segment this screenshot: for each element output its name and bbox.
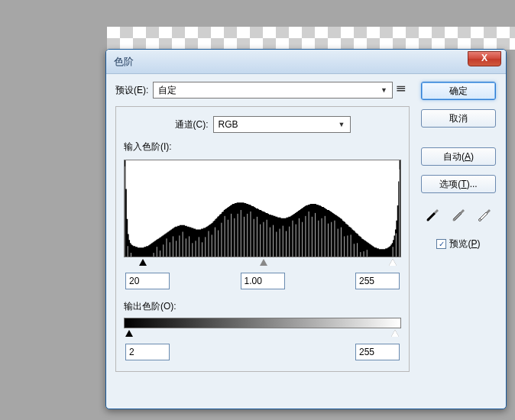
options-button[interactable]: 选项(T)... (421, 175, 496, 193)
input-black-field[interactable] (125, 273, 170, 289)
preset-value: 自定 (158, 84, 177, 97)
input-levels-label: 输入色阶(I): (124, 141, 401, 153)
eyedropper-group (424, 205, 493, 222)
ok-button[interactable]: 确定 (421, 82, 496, 100)
black-point-eyedropper-icon[interactable] (424, 205, 441, 222)
levels-group: 通道(C): RGB ▼ 输入色阶(I): (115, 106, 410, 372)
output-levels-label: 输出色阶(O): (124, 300, 401, 313)
input-gamma-slider[interactable] (260, 259, 267, 266)
titlebar: 色阶 X (106, 50, 506, 74)
output-black-field[interactable] (125, 344, 170, 360)
channel-select[interactable]: RGB ▼ (213, 116, 351, 133)
input-white-slider[interactable] (389, 259, 397, 266)
preset-label: 预设(E): (115, 84, 148, 97)
channel-label: 通道(C): (175, 118, 209, 131)
chevron-down-icon: ▼ (381, 86, 387, 94)
svg-point-75 (427, 219, 429, 221)
channel-value: RGB (219, 119, 238, 130)
input-gamma-field[interactable] (241, 273, 285, 289)
close-button[interactable]: X (468, 51, 501, 66)
preview-label: 预览(P) (449, 237, 480, 250)
levels-dialog: 色阶 X 预设(E): 自定 ▼ 通道(C): RGB ▼ (105, 49, 507, 409)
svg-point-76 (453, 219, 455, 221)
svg-point-77 (479, 219, 481, 221)
gray-point-eyedropper-icon[interactable] (450, 205, 467, 222)
output-gradient (124, 318, 401, 328)
dialog-title: 色阶 (114, 55, 134, 69)
auto-button[interactable]: 自动(A) (421, 147, 496, 166)
output-black-slider[interactable] (125, 330, 133, 337)
input-white-field[interactable] (355, 273, 400, 289)
cancel-button[interactable]: 取消 (421, 109, 496, 128)
chevron-down-icon: ▼ (338, 121, 345, 128)
input-slider-track (125, 259, 400, 268)
output-slider-track (125, 330, 400, 339)
preset-menu-icon[interactable] (397, 85, 410, 95)
transparency-checker: // placeholder; filled after JSON load b… (107, 27, 515, 50)
histogram-svg (125, 160, 400, 257)
input-black-slider[interactable] (139, 259, 147, 266)
output-white-field[interactable] (355, 344, 400, 360)
white-point-eyedropper-icon[interactable] (476, 205, 493, 222)
preset-select[interactable]: 自定 ▼ (153, 82, 393, 99)
output-white-slider[interactable] (391, 330, 399, 337)
histogram (124, 160, 401, 257)
preview-checkbox[interactable]: ✓ (436, 239, 446, 249)
